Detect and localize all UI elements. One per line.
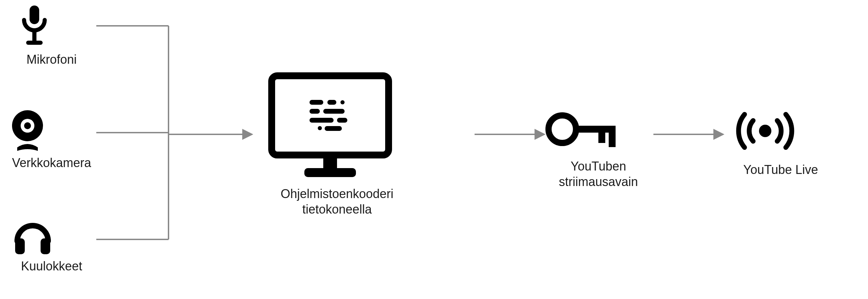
svg-point-23 [318,126,322,130]
svg-rect-20 [323,109,345,114]
streamkey-node: YouTuben striimausavain [543,107,653,189]
svg-rect-7 [41,238,50,254]
svg-point-5 [24,122,31,129]
streamkey-label: YouTuben striimausavain [543,158,653,189]
encoder-label: Ohjelmistoenkooderi tietokoneella [265,186,409,217]
svg-rect-28 [598,133,605,143]
arrow-inputs-to-encoder [169,127,258,141]
input-webcam-label: Verkkokamera [7,155,96,171]
headphones-icon [10,214,93,258]
input-mic-label: Mikrofoni [14,52,89,67]
live-label: YouTube Live [729,162,832,177]
svg-rect-6 [15,238,25,254]
svg-rect-13 [272,76,389,155]
svg-rect-27 [574,126,616,133]
svg-point-31 [759,125,771,137]
key-icon [543,107,653,152]
input-mic-node: Mikrofoni [14,3,89,67]
live-node: YouTube Live [729,107,832,177]
broadcast-icon [729,107,832,155]
svg-rect-16 [310,100,323,105]
svg-rect-19 [310,109,320,114]
svg-rect-21 [310,118,334,123]
svg-rect-1 [32,32,36,41]
input-webcam-node: Verkkokamera [7,107,96,171]
svg-point-18 [340,100,345,104]
svg-rect-24 [325,126,342,131]
input-headphones-label: Kuulokkeet [10,258,93,274]
svg-rect-17 [327,100,336,105]
svg-rect-29 [609,133,616,147]
svg-rect-15 [304,168,356,177]
microphone-icon [14,3,89,52]
svg-rect-2 [26,41,43,45]
svg-rect-22 [337,118,347,123]
monitor-icon [265,69,409,183]
input-headphones-node: Kuulokkeet [10,214,93,274]
input-bracket-connector [96,21,175,245]
svg-rect-14 [323,156,337,168]
arrow-key-to-live [653,127,729,141]
webcam-icon [7,107,96,155]
encoder-node: Ohjelmistoenkooderi tietokoneella [265,69,409,217]
arrow-encoder-to-key [475,127,550,141]
svg-point-26 [549,115,576,143]
svg-rect-0 [30,6,39,24]
